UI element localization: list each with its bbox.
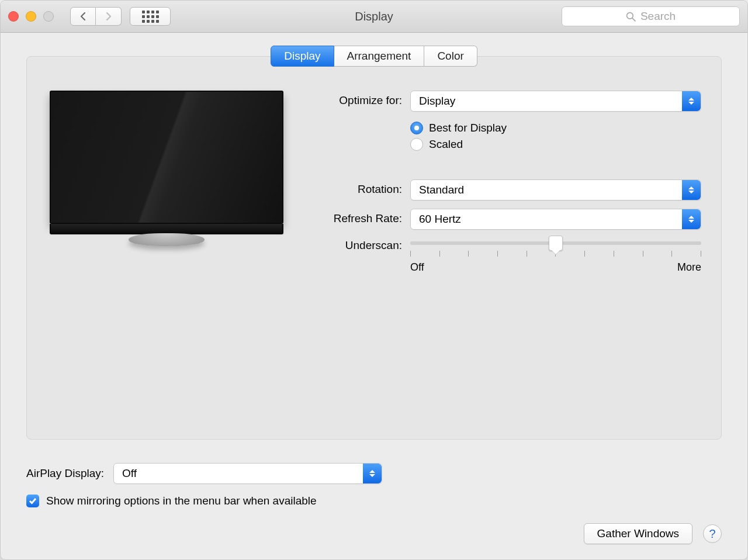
chevron-updown-icon — [682, 91, 701, 111]
search-input[interactable]: Search — [562, 6, 740, 26]
mirroring-label: Show mirroring options in the menu bar w… — [46, 495, 317, 507]
underscan-slider[interactable]: Off More — [410, 238, 701, 274]
display-illustration — [47, 91, 286, 417]
window-controls — [8, 11, 54, 22]
airplay-value: Off — [122, 467, 137, 480]
show-all-button[interactable] — [130, 7, 171, 26]
zoom-button — [43, 11, 54, 22]
settings-form: Optimize for: Display Best for Display S… — [303, 91, 701, 417]
close-button[interactable] — [8, 11, 19, 22]
airplay-select[interactable]: Off — [113, 463, 382, 484]
forward-button[interactable] — [96, 7, 122, 26]
underscan-min-label: Off — [410, 261, 424, 274]
radio-best-for-display[interactable] — [410, 122, 423, 134]
back-button[interactable] — [70, 7, 96, 26]
radio-scaled[interactable] — [410, 138, 423, 151]
chevron-updown-icon — [363, 464, 382, 483]
slider-track — [410, 241, 701, 245]
search-icon — [626, 12, 636, 22]
tab-arrangement[interactable]: Arrangement — [334, 46, 425, 67]
grid-icon — [142, 11, 159, 23]
optimize-for-select[interactable]: Display — [410, 91, 701, 112]
refresh-rate-value: 60 Hertz — [419, 213, 461, 226]
prefs-window: Display Search Display Arrangement Color… — [0, 0, 748, 560]
chevron-updown-icon — [682, 209, 701, 229]
minimize-button[interactable] — [26, 11, 36, 22]
tab-display[interactable]: Display — [271, 46, 334, 67]
refresh-rate-select[interactable]: 60 Hertz — [410, 209, 701, 230]
help-button[interactable]: ? — [703, 524, 722, 543]
optimize-for-value: Display — [419, 95, 455, 108]
monitor-screen-icon — [50, 91, 283, 224]
gather-windows-button[interactable]: Gather Windows — [584, 523, 692, 544]
rotation-value: Standard — [419, 184, 464, 196]
svg-line-1 — [632, 18, 635, 21]
rotation-select[interactable]: Standard — [410, 179, 701, 201]
slider-thumb[interactable] — [549, 236, 563, 251]
underscan-label: Underscan: — [303, 238, 402, 274]
chevron-updown-icon — [682, 180, 701, 200]
tab-bar: Display Arrangement Color — [26, 46, 722, 67]
content: Display Arrangement Color Optimize for: … — [1, 33, 747, 450]
check-icon — [29, 497, 37, 505]
refresh-rate-label: Refresh Rate: — [303, 209, 402, 230]
titlebar: Display Search — [1, 1, 747, 33]
footer-right: Gather Windows ? — [584, 523, 722, 544]
rotation-label: Rotation: — [303, 179, 402, 201]
tab-color[interactable]: Color — [424, 46, 477, 67]
bottom-area: AirPlay Display: Off Show mirroring opti… — [1, 450, 747, 507]
search-placeholder: Search — [640, 10, 676, 23]
mirroring-checkbox[interactable] — [26, 495, 39, 507]
resolution-radios: Best for Display Scaled — [410, 120, 701, 153]
radio-scaled-label: Scaled — [429, 138, 463, 151]
settings-panel: Optimize for: Display Best for Display S… — [26, 56, 722, 440]
underscan-max-label: More — [677, 261, 701, 274]
radio-best-label: Best for Display — [429, 122, 507, 134]
optimize-for-label: Optimize for: — [303, 91, 402, 112]
airplay-label: AirPlay Display: — [26, 467, 104, 480]
nav-group — [70, 7, 122, 26]
